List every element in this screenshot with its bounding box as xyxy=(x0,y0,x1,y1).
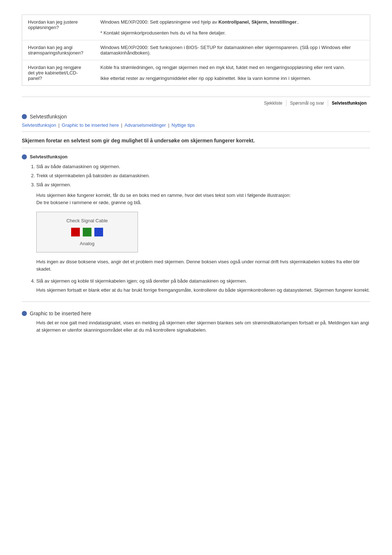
blue-dot-icon xyxy=(22,114,27,119)
signal-diagram: Check Signal Cable Analog xyxy=(36,212,138,252)
steps-list-2: Slå av skjermen og koble til skjermkabel… xyxy=(36,278,370,293)
faq-question-3: Hvordan kan jeg rengjøre det ytre kabine… xyxy=(22,60,95,86)
steps-list: Slå av både datamaskinen og skjermen. Tr… xyxy=(36,164,370,187)
step-3: Slå av skjermen. xyxy=(36,182,370,187)
section2-description: Hvis det er noe galt med inndatasignalet… xyxy=(36,319,370,333)
breadcrumb-sep-3: | xyxy=(168,122,169,128)
tab-sporsmal[interactable]: Spørsmål og svar xyxy=(286,100,328,106)
main-description: Skjermen foretar en selvtest som gir deg… xyxy=(22,138,370,148)
blue-dot-icon-3 xyxy=(22,311,27,316)
faq-question-2: Hvordan kan jeg angi strømsparingsfunksj… xyxy=(22,40,95,60)
faq-answer-3: Koble fra strømledningen, og rengjør skj… xyxy=(95,60,370,86)
faq-question-1: Hvordan kan jeg justere oppløsningen? xyxy=(22,15,95,40)
sub-section-selvtest: Selvtestfunksjon Slå av både datamaskine… xyxy=(22,154,370,293)
breadcrumb-nav: Selvtestfunksjon | Graphic to be inserte… xyxy=(22,122,370,132)
breadcrumb-sep-1: | xyxy=(58,122,60,128)
color-box-blue xyxy=(94,228,103,236)
faq-row-2: Hvordan kan jeg angi strømsparingsfunksj… xyxy=(22,40,370,60)
section-title-1: Selvtestfunksjon xyxy=(30,114,67,119)
nav-tabs-wrapper: Sjekkliste Spørsmål og svar Selvtestfunk… xyxy=(22,97,370,106)
faq-table: Hvordan kan jeg justere oppløsningen? Wi… xyxy=(22,15,370,86)
sub-section-header: Selvtestfunksjon xyxy=(22,154,370,159)
tab-sjekkliste[interactable]: Sjekkliste xyxy=(260,100,286,106)
breadcrumb-graphic[interactable]: Graphic to be inserted here xyxy=(62,122,119,128)
diagram-title: Check Signal Cable xyxy=(42,218,132,223)
faq-answer-2: Windows ME/XP/2000: Sett funksjonen i BI… xyxy=(95,40,370,60)
nav-tabs: Sjekkliste Spørsmål og svar Selvtestfunk… xyxy=(260,100,370,106)
breadcrumb-tips[interactable]: Nyttige tips xyxy=(172,122,195,128)
faq-answer-1: Windows ME/XP/2000: Sett oppløsningene v… xyxy=(95,15,370,40)
section-header-2: Graphic to be inserted here xyxy=(22,311,370,316)
info-block-2: Hvis ingen av disse boksene vises, angir… xyxy=(36,258,370,272)
section-divider xyxy=(22,301,370,302)
faq-row-1: Hvordan kan jeg justere oppløsningen? Wi… xyxy=(22,15,370,40)
step-4-info: Hvis skjermen fortsatt er blank etter at… xyxy=(36,287,370,293)
info-block-1: Hvis skjermen ikke fungerer korrekt, får… xyxy=(36,192,370,206)
breadcrumb-sep-2: | xyxy=(121,122,122,128)
section-selvtest: Selvtestfunksjon Selvtestfunksjon | Grap… xyxy=(22,114,370,293)
tab-selvtest[interactable]: Selvtestfunksjon xyxy=(328,100,370,106)
step-4: Slå av skjermen og koble til skjermkabel… xyxy=(36,278,370,293)
step-1: Slå av både datamaskinen og skjermen. xyxy=(36,164,370,169)
breadcrumb-selvtest[interactable]: Selvtestfunksjon xyxy=(22,122,56,128)
section-graphic: Graphic to be inserted here Hvis det er … xyxy=(22,311,370,333)
color-box-red xyxy=(71,228,80,236)
color-box-green xyxy=(83,228,91,236)
faq-row-3: Hvordan kan jeg rengjøre det ytre kabine… xyxy=(22,60,370,86)
step-2: Trekk ut skjermkabelen på baksiden av da… xyxy=(36,173,370,178)
color-boxes xyxy=(42,228,132,236)
diagram-subtitle: Analog xyxy=(42,241,132,246)
section-header-1: Selvtestfunksjon xyxy=(22,114,370,119)
blue-dot-icon-2 xyxy=(22,154,27,159)
sub-section-title: Selvtestfunksjon xyxy=(30,154,68,159)
breadcrumb-advarsler[interactable]: Advarselsmeldinger xyxy=(124,122,166,128)
section-title-2: Graphic to be inserted here xyxy=(30,311,91,316)
